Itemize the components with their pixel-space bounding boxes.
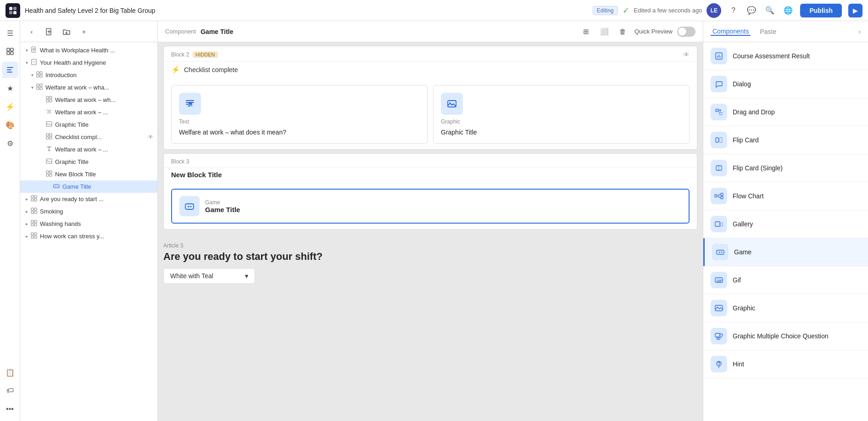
add-button[interactable]: + (77, 25, 91, 39)
help-icon[interactable]: ? (727, 4, 740, 17)
comp-item-flip-card[interactable]: Flip Card (703, 126, 868, 154)
right-panel-header: Components Paste › (703, 21, 868, 42)
tree-more-item-0[interactable]: ▸ Are you ready to start ... (20, 193, 157, 205)
save-check-icon: ✓ (623, 6, 629, 16)
tree-item-t9[interactable]: Welfare at work – ... (20, 143, 157, 156)
component-title: Game Title (200, 28, 233, 35)
block-2-flash: ⚡ Checklist complete (164, 62, 697, 79)
comp-item-game[interactable]: Game (703, 238, 868, 266)
comp-item-hint[interactable]: Hint (703, 350, 868, 378)
tree-item-t3[interactable]: ▾Introduction (20, 69, 157, 81)
tree-more-item-1[interactable]: ▸ Smoking (20, 205, 157, 218)
publish-button[interactable]: Publish (800, 4, 842, 17)
lightning-icon[interactable]: ⚡ (2, 98, 18, 115)
comp-item-gallery[interactable]: Gallery (703, 210, 868, 238)
tree-item-label: Welfare at work – ... (55, 109, 154, 116)
component-list: Course Assessment Result Dialog Drag and… (703, 42, 868, 421)
outline-icon[interactable] (2, 62, 18, 78)
tree-item-icon (31, 195, 37, 203)
block-2-grid: Text Welfare at work – what does it mean… (164, 79, 697, 149)
tree-item-t4[interactable]: ▾Welfare at work – wha... (20, 81, 157, 94)
theme-dropdown[interactable]: White with Teal ▾ (163, 268, 255, 284)
tree-item-label: New Block Title (55, 171, 154, 178)
add-component-icon[interactable]: ⊞ (579, 25, 593, 39)
settings-icon[interactable]: ⚙ (2, 135, 18, 152)
globe-icon[interactable]: 🌐 (782, 4, 795, 17)
graphic-card-icon-box (441, 93, 463, 115)
tree-more-item-3[interactable]: ▸ How work can stress y... (20, 230, 157, 242)
play-button[interactable]: ▶ (848, 4, 862, 17)
comp-item-flow-chart[interactable]: Flow Chart (703, 182, 868, 210)
tree-item-t2[interactable]: ▾Your Health and Hygiene (20, 56, 157, 69)
svg-rect-44 (34, 208, 37, 210)
game-name: Game Title (205, 206, 240, 213)
svg-rect-2 (9, 11, 12, 14)
expand-icon[interactable]: › (858, 28, 861, 35)
tree-item-label: Welfare at work – wha... (45, 84, 154, 91)
block-card-text[interactable]: Text Welfare at work – what does it mean… (171, 85, 428, 144)
svg-rect-24 (46, 100, 49, 102)
tree-item-t1[interactable]: ▾What is Workplace Health ... (20, 44, 157, 56)
comp-item-flip-card-(single)[interactable]: Flip Card (Single) (703, 154, 868, 182)
right-panel: Components Paste › Course Assessment Res… (703, 21, 868, 421)
comp-name: Graphic (733, 304, 755, 312)
comp-item-gif[interactable]: GIF Gif (703, 266, 868, 294)
svg-rect-57 (185, 204, 194, 209)
tree-eye-icon[interactable]: 👁 (148, 134, 154, 140)
badge-icon[interactable]: 🏷 (2, 382, 18, 399)
tree-item-t6[interactable]: Welfare at work – ... (20, 106, 157, 118)
svg-rect-0 (9, 7, 12, 10)
flash-icon: ⚡ (171, 65, 180, 74)
tree-item-t5[interactable]: Welfare at work – wh... (20, 94, 157, 106)
svg-rect-1 (13, 7, 17, 10)
comp-name: Flip Card (733, 136, 759, 144)
comp-name: Dialog (733, 80, 751, 88)
graphic-card-name: Graphic Title (441, 129, 477, 136)
tree-item-label: Introduction (45, 72, 154, 79)
tree-item-t7[interactable]: Graphic Title (20, 118, 157, 131)
block-card-graphic[interactable]: Graphic Graphic Title (433, 85, 690, 144)
tree-item-icon (46, 133, 52, 141)
comp-item-graphic-multiple-choice-question[interactable]: Graphic Multiple Choice Question (703, 322, 868, 350)
tree-item-t10[interactable]: Graphic Title (20, 156, 157, 168)
messages-icon[interactable]: 💬 (745, 4, 758, 17)
copy-icon[interactable]: 📋 (2, 364, 18, 381)
new-folder-button[interactable] (60, 25, 73, 39)
svg-rect-4 (7, 48, 10, 51)
block-3-container: Block 3 New Block Title Game Game Title (163, 153, 697, 230)
tree-item-icon (31, 220, 37, 228)
block-2-visibility-toggle[interactable]: 👁 (683, 51, 690, 58)
pages-icon[interactable] (2, 43, 18, 60)
new-page-button[interactable] (42, 25, 56, 39)
more-icon[interactable]: ••• (2, 401, 18, 417)
image-component-icon[interactable]: ⬜ (598, 25, 612, 39)
menu-icon[interactable]: ☰ (2, 25, 18, 41)
comp-item-course-assessment-result[interactable]: Course Assessment Result (703, 42, 868, 70)
tree-item-icon (46, 158, 52, 166)
svg-rect-69 (715, 222, 720, 226)
comp-item-graphic[interactable]: Graphic (703, 294, 868, 322)
tree-item-t8[interactable]: Checklist compl...👁 (20, 131, 157, 143)
star-icon[interactable]: ★ (2, 80, 18, 96)
user-avatar[interactable]: LE (707, 3, 721, 18)
tree-item-t12[interactable]: Game Title (20, 180, 157, 193)
svg-rect-37 (50, 174, 52, 176)
tree-item-icon (31, 59, 37, 67)
svg-rect-52 (34, 233, 37, 235)
search-icon[interactable]: 🔍 (763, 4, 776, 17)
comp-item-dialog[interactable]: Dialog (703, 70, 868, 98)
delete-component-icon[interactable]: 🗑 (616, 25, 630, 39)
comp-item-drag-and-drop[interactable]: Drag and Drop (703, 98, 868, 126)
tree-item-t11[interactable]: New Block Title (20, 168, 157, 180)
svg-rect-18 (37, 84, 39, 86)
tree-more-item-2[interactable]: ▸ Washing hands (20, 218, 157, 230)
quick-preview-toggle[interactable] (677, 27, 696, 37)
paste-tab[interactable]: Paste (758, 28, 778, 35)
components-tab[interactable]: Components (711, 28, 751, 36)
palette-icon[interactable]: 🎨 (2, 117, 18, 133)
svg-rect-29 (50, 134, 52, 136)
game-item[interactable]: Game Game Title (171, 189, 690, 224)
editing-badge: Editing (593, 6, 618, 15)
svg-rect-68 (721, 196, 723, 199)
back-button[interactable]: ‹ (25, 25, 39, 39)
